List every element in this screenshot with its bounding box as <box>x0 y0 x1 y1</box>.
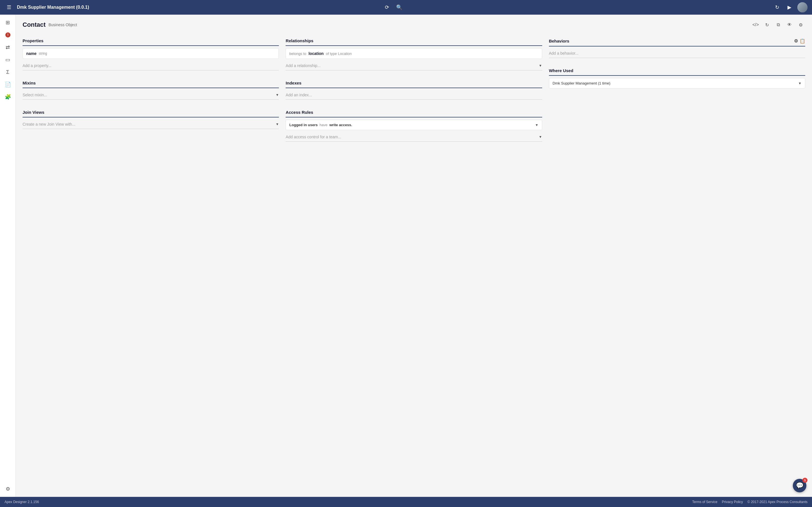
add-access-label: Add access control for a team... <box>286 135 341 139</box>
page-subtitle: Business Object <box>49 22 77 27</box>
footer-version: Apex Designer 2.1.156 <box>4 500 39 504</box>
mixins-section: Mixins Select mixin... ▼ <box>22 77 279 100</box>
mixins-header: Mixins <box>22 77 279 88</box>
select-mixin-label: Select mixin... <box>22 93 47 97</box>
behaviors-section: Behaviors ⚙ 📋 Add a behavior... <box>549 35 805 58</box>
add-property-input[interactable]: Add a property... <box>22 61 279 70</box>
column-1: Properties name string Add a property...… <box>22 35 279 142</box>
config-icon[interactable]: ⚙ <box>796 20 805 29</box>
relationships-section: Relationships belongs to location of typ… <box>286 35 542 70</box>
rel-belongs-text: belongs to <box>289 52 306 56</box>
join-views-header: Join Views <box>22 107 279 117</box>
terms-link[interactable]: Terms of Service <box>692 500 717 504</box>
copy-icon[interactable]: ⧉ <box>774 20 783 29</box>
sections-grid: Properties name string Add a property...… <box>22 35 805 142</box>
chat-icon: 💬 <box>796 482 804 489</box>
sidebar-item-alerts[interactable]: ! <box>2 29 13 41</box>
add-relationship-dropdown[interactable]: Add a relationship... ▼ <box>286 61 542 70</box>
add-index-label: Add an index... <box>286 93 312 97</box>
sidebar-item-puzzle[interactable]: 🧩 <box>2 91 13 103</box>
app-title: Dmk Supplier Management (0.0.1) <box>17 5 379 10</box>
add-behavior-input[interactable]: Add a behavior... <box>549 49 805 58</box>
column-2: Relationships belongs to location of typ… <box>286 35 542 142</box>
code-icon[interactable]: </> <box>751 20 760 29</box>
join-view-label: Create a new Join View with... <box>22 122 75 126</box>
column-3: Behaviors ⚙ 📋 Add a behavior... Where Us… <box>549 35 805 142</box>
add-index-input[interactable]: Add an index... <box>286 91 542 100</box>
history-icon[interactable]: ⟳ <box>382 3 391 12</box>
property-type: string <box>39 52 47 55</box>
add-property-label: Add a property... <box>22 63 51 68</box>
access-rules-header: Access Rules <box>286 107 542 117</box>
join-views-section: Join Views Create a new Join View with..… <box>22 107 279 129</box>
join-view-dropdown[interactable]: Create a new Join View with... ▼ <box>22 120 279 129</box>
sync-icon[interactable]: ↻ <box>772 3 781 12</box>
access-logged: Logged in users <box>289 123 317 127</box>
gear-icon[interactable]: ⚙ <box>794 38 798 44</box>
behaviors-header-icons: ⚙ 📋 <box>794 38 805 44</box>
where-used-arrow: ▼ <box>798 81 802 86</box>
select-mixin-dropdown[interactable]: Select mixin... ▼ <box>22 91 279 100</box>
sidebar-item-dashboard[interactable]: ⊞ <box>2 17 13 28</box>
join-views-label: Join Views <box>22 110 44 115</box>
svg-text:!: ! <box>7 33 8 37</box>
menu-icon[interactable]: ☰ <box>4 3 13 12</box>
sidebar-item-sigma[interactable]: Σ <box>2 66 13 78</box>
access-rules-section: Access Rules Logged in users have write … <box>286 107 542 142</box>
behaviors-label: Behaviors <box>549 39 569 43</box>
indexes-header: Indexes <box>286 77 542 88</box>
mixin-dropdown-arrow: ▼ <box>275 93 279 97</box>
add-access-control-dropdown[interactable]: Add access control for a team... ▼ <box>286 132 542 142</box>
chat-badge: 5 <box>802 478 808 483</box>
refresh-icon[interactable]: ↻ <box>762 20 771 29</box>
properties-section: Properties name string Add a property... <box>22 35 279 70</box>
sidebar-item-display[interactable]: ▭ <box>2 54 13 65</box>
relationships-label: Relationships <box>286 38 313 43</box>
where-used-row[interactable]: Dmk Supplier Management (1 time) ▼ <box>549 78 805 89</box>
properties-header: Properties <box>22 35 279 46</box>
property-row: name string <box>22 48 279 59</box>
copyright: © 2017-2021 Apex Process Consultants <box>748 500 808 504</box>
relationship-arrow: ▼ <box>539 64 542 68</box>
property-name: name <box>26 51 37 56</box>
search-icon[interactable]: 🔍 <box>395 3 404 12</box>
sidebar-item-document[interactable]: 📄 <box>2 79 13 90</box>
behaviors-header: Behaviors ⚙ 📋 <box>549 35 805 47</box>
access-control-arrow: ▼ <box>539 135 542 139</box>
privacy-link[interactable]: Privacy Policy <box>722 500 743 504</box>
page-title: Contact <box>22 21 46 29</box>
indexes-section: Indexes Add an index... <box>286 77 542 100</box>
access-rule-arrow: ▼ <box>535 123 539 127</box>
properties-label: Properties <box>22 38 43 43</box>
page-header: Contact Business Object </> ↻ ⧉ 👁 ⚙ <box>22 20 805 29</box>
access-rule-text: Logged in users have write access. <box>289 123 352 127</box>
join-view-arrow: ▼ <box>275 122 279 126</box>
where-used-section: Where Used Dmk Supplier Management (1 ti… <box>549 65 805 89</box>
main-content: Contact Business Object </> ↻ ⧉ 👁 ⚙ Prop… <box>16 15 812 497</box>
relationship-row: belongs to location of type Location <box>286 48 542 59</box>
preview-icon[interactable]: 👁 <box>785 20 794 29</box>
add-relationship-label: Add a relationship... <box>286 63 320 68</box>
page-actions: </> ↻ ⧉ 👁 ⚙ <box>751 20 805 29</box>
access-have: have <box>319 123 327 127</box>
chat-button[interactable]: 💬 5 <box>793 479 806 492</box>
access-rules-label: Access Rules <box>286 110 313 115</box>
clipboard-icon[interactable]: 📋 <box>800 38 805 44</box>
access-rule-row[interactable]: Logged in users have write access. ▼ <box>286 120 542 130</box>
sidebar-item-settings[interactable]: ⚙ <box>2 483 13 495</box>
play-icon[interactable]: ▶ <box>785 3 794 12</box>
rel-type: of type Location <box>326 52 352 56</box>
top-navigation: ☰ Dmk Supplier Management (0.0.1) ⟳ 🔍 ↻ … <box>0 0 812 15</box>
access-write: write access. <box>329 123 352 127</box>
rel-name: location <box>308 51 324 56</box>
avatar[interactable] <box>797 2 808 12</box>
where-used-label: Where Used <box>549 68 573 73</box>
where-used-text: Dmk Supplier Management (1 time) <box>553 81 610 86</box>
sidebar: ⊞ ! ⇄ ▭ Σ 📄 🧩 ⚙ <box>0 15 16 497</box>
footer-links: Terms of Service Privacy Policy © 2017-2… <box>692 500 808 504</box>
where-used-header: Where Used <box>549 65 805 76</box>
sidebar-item-share[interactable]: ⇄ <box>2 42 13 53</box>
add-behavior-label: Add a behavior... <box>549 51 578 55</box>
footer: Apex Designer 2.1.156 Terms of Service P… <box>0 497 812 507</box>
mixins-label: Mixins <box>22 80 36 86</box>
